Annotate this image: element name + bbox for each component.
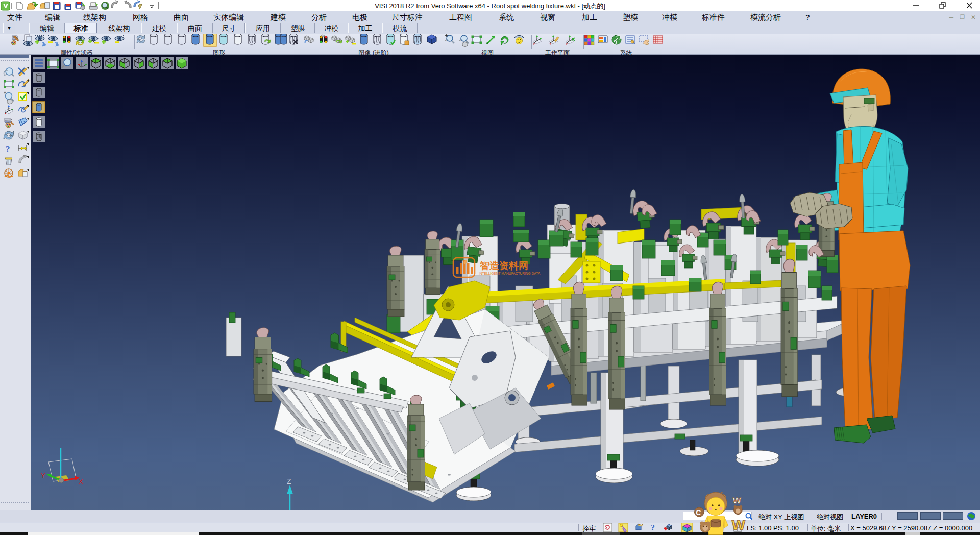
svg-text:Z: Z: [287, 477, 291, 485]
svg-text:?: ?: [6, 144, 10, 154]
svg-text:w: w: [732, 494, 741, 505]
svg-text:C: C: [696, 508, 701, 517]
svg-text:Y: Y: [41, 472, 45, 479]
svg-text:W: W: [732, 517, 746, 533]
svg-text:INTELLIGENT MANUFACTURING DATA: INTELLIGENT MANUFACTURING DATA: [479, 272, 541, 275]
svg-text:X: X: [79, 478, 83, 485]
svg-text:智造资料网: 智造资料网: [479, 260, 528, 271]
svg-text:?: ?: [651, 523, 655, 532]
